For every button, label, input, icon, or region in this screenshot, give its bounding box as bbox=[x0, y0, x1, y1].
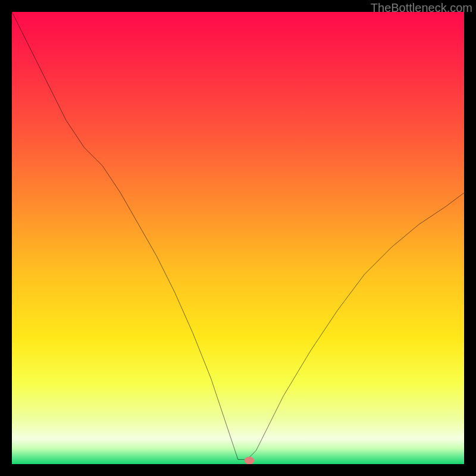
optimal-point-marker bbox=[245, 456, 255, 464]
plot-area bbox=[12, 12, 464, 464]
watermark-text: TheBottleneck.com bbox=[371, 1, 472, 15]
chart-frame: TheBottleneck.com bbox=[0, 0, 476, 476]
bottleneck-curve bbox=[12, 12, 464, 464]
